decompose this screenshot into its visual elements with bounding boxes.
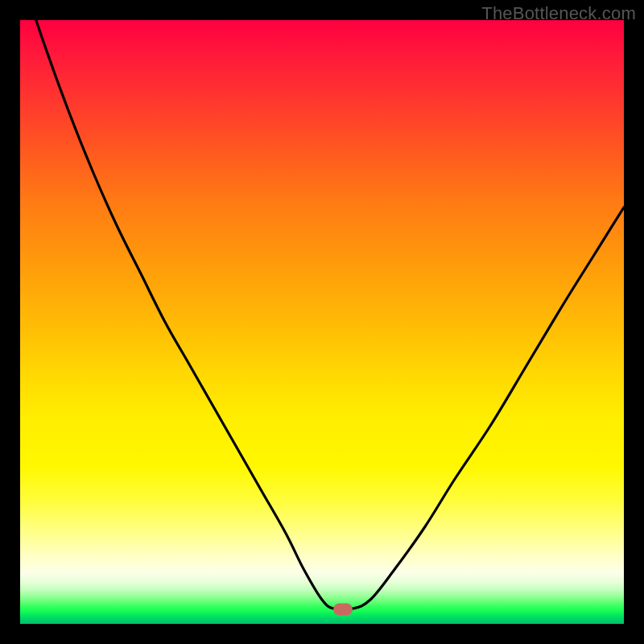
minimum-marker <box>333 604 353 616</box>
plot-area <box>20 20 624 624</box>
watermark-text: TheBottleneck.com <box>481 3 636 24</box>
bottleneck-curve-path <box>20 20 624 610</box>
chart-frame: TheBottleneck.com <box>0 0 644 644</box>
curve-svg <box>20 20 624 624</box>
